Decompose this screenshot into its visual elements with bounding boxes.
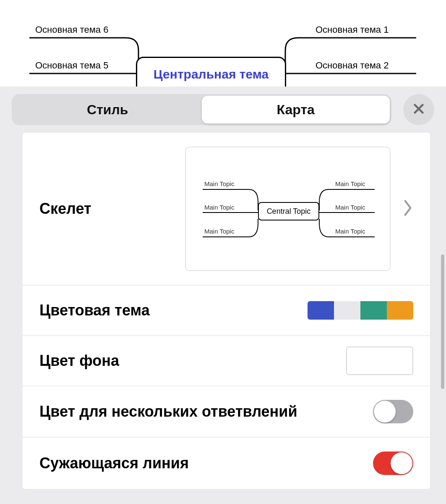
tab-style-label: Стиль (87, 102, 128, 118)
branch-label[interactable]: Основная тема 2 (316, 60, 389, 71)
sk-branch: Main Topic (204, 180, 234, 187)
tab-style[interactable]: Стиль (13, 96, 202, 123)
close-icon (412, 102, 425, 117)
branch-label[interactable]: Основная тема 6 (35, 24, 108, 35)
settings-sheet: Стиль Карта Скелет (0, 87, 446, 504)
color-theme-swatches (308, 301, 413, 320)
swatch (308, 301, 334, 320)
toggle-knob (391, 452, 412, 474)
skeleton-preview: Main Topic Main Topic Main Topic Main To… (185, 147, 391, 271)
sk-central: Central Topic (258, 202, 319, 220)
bg-color-swatch (346, 346, 413, 375)
tab-map-label: Карта (277, 102, 315, 118)
toggle-knob (374, 401, 396, 423)
branch-label[interactable]: Основная тема 5 (35, 60, 108, 71)
toggle-tapered-line[interactable] (373, 452, 413, 475)
swatch (387, 301, 413, 320)
sk-branch: Main Topic (204, 204, 234, 211)
close-button[interactable] (403, 94, 434, 125)
sk-branch: Main Topic (335, 204, 365, 211)
swatch (360, 301, 387, 320)
skeleton-label: Скелет (39, 200, 91, 218)
mindmap-canvas[interactable]: Основная тема 6 Основная тема 5 Основная… (0, 0, 446, 87)
scrollbar[interactable] (441, 255, 444, 389)
segmented-control: Стиль Карта (12, 94, 391, 125)
sk-branch: Main Topic (335, 180, 365, 187)
row-skeleton[interactable]: Скелет Main Topic Main Topic Main Topic … (23, 133, 430, 286)
row-tapered-line: Сужающаяся линия (23, 438, 430, 489)
row-color-theme[interactable]: Цветовая тема (23, 286, 430, 336)
central-topic-node[interactable]: Центральная тема (136, 57, 286, 90)
multi-branch-label: Цвет для нескольких ответвлений (39, 403, 297, 420)
bg-color-label: Цвет фона (39, 352, 119, 370)
tab-map[interactable]: Карта (202, 96, 390, 123)
branch-label[interactable]: Основная тема 1 (316, 24, 389, 35)
settings-list: Скелет Main Topic Main Topic Main Topic … (23, 133, 430, 489)
color-theme-label: Цветовая тема (39, 302, 150, 319)
sk-branch: Main Topic (204, 228, 234, 235)
sk-branch: Main Topic (335, 228, 365, 235)
tabbar-row: Стиль Карта (0, 87, 446, 133)
chevron-right-icon (402, 199, 413, 218)
row-multi-branch-color: Цвет для нескольких ответвлений (23, 386, 430, 438)
central-topic-label: Центральная тема (154, 67, 269, 81)
row-bg-color[interactable]: Цвет фона (23, 336, 430, 386)
toggle-multi-branch[interactable] (373, 400, 413, 423)
tapered-line-label: Сужающаяся линия (39, 454, 189, 472)
swatch (334, 301, 360, 320)
